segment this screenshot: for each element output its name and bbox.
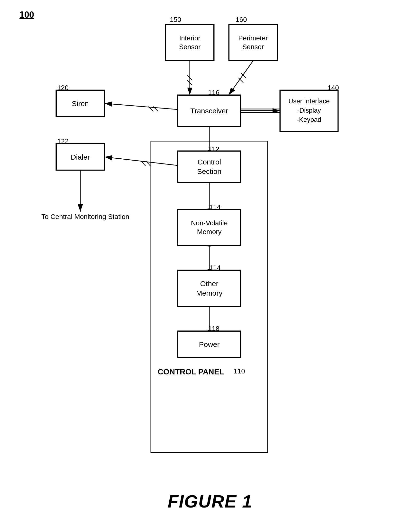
other-memory-box: OtherMemory [178,270,241,307]
svg-line-32 [105,157,178,165]
siren-box: Siren [56,90,105,117]
svg-line-17 [229,61,253,95]
svg-line-34 [141,161,145,166]
svg-line-21 [153,107,158,111]
central-monitoring-label: To Central Monitoring Station [41,212,129,222]
perimeter-sensor-ref: 160 [236,16,247,24]
perimeter-sensor-box: PerimeterSensor [229,24,277,61]
svg-line-16 [187,80,192,85]
system-number: 100 [20,10,34,20]
power-box: Power [178,331,241,358]
user-interface-box: User Interface-Display-Keypad [280,90,338,132]
svg-line-22 [148,107,153,111]
control-section-box: ControlSection [178,151,241,182]
interior-sensor-box: InteriorSensor [165,24,214,61]
control-panel-label: CONTROL PANEL [158,367,224,376]
transceiver-box: Transceiver [178,95,241,127]
control-panel-ref: 110 [234,367,245,375]
figure-title: FIGURE 1 [168,491,252,511]
svg-line-19 [238,78,243,83]
svg-line-20 [105,103,178,110]
nvm-box: Non-VolatileMemory [178,209,241,246]
svg-line-18 [241,73,246,78]
svg-line-15 [187,75,192,80]
interior-sensor-ref: 150 [170,16,181,24]
svg-line-33 [146,161,150,166]
dialer-box: Dialer [56,143,105,170]
